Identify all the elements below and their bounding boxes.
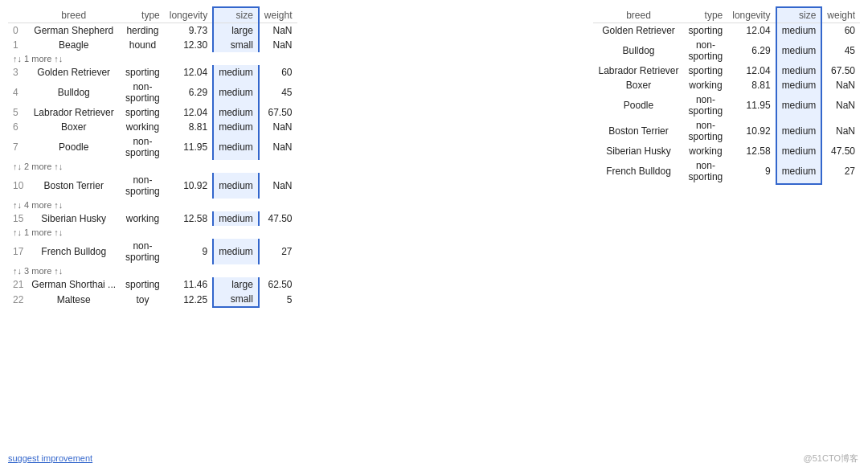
- right-breed-cell: Golden Retriever: [593, 23, 683, 39]
- right-size-cell: medium: [776, 92, 822, 118]
- weight-cell: 60: [259, 65, 297, 80]
- right-header-longevity: longevity: [727, 7, 776, 23]
- row-index: 1: [8, 38, 27, 52]
- weight-cell: 27: [259, 239, 297, 264]
- type-cell: hound: [121, 38, 165, 52]
- right-size-cell: medium: [776, 38, 822, 63]
- weight-cell: NaN: [259, 38, 297, 52]
- right-weight-cell: 27: [821, 158, 860, 184]
- weight-cell: 47.50: [259, 211, 297, 226]
- right-header-breed: breed: [593, 7, 683, 23]
- left-table: breed type longevity size weight 0German…: [8, 6, 297, 308]
- right-breed-cell: Siberian Husky: [593, 144, 683, 158]
- right-header-size: size: [776, 7, 822, 23]
- connector-5: [297, 71, 594, 113]
- row-index: 5: [8, 105, 27, 120]
- type-cell: working: [121, 211, 165, 226]
- left-header-size: size: [213, 7, 259, 23]
- longevity-cell: 12.30: [165, 38, 213, 52]
- type-cell: non- sporting: [121, 134, 165, 160]
- right-breed-cell: Bulldog: [593, 38, 683, 63]
- row-index: 3: [8, 65, 27, 80]
- type-cell: herding: [121, 23, 165, 39]
- weight-cell: 67.50: [259, 105, 297, 120]
- right-type-cell: sporting: [684, 63, 728, 78]
- longevity-cell: 12.04: [165, 65, 213, 80]
- watermark: @51CTO博客: [804, 453, 858, 465]
- right-size-cell: medium: [776, 23, 822, 39]
- connector-15: [297, 151, 594, 219]
- longevity-cell: 9: [165, 239, 213, 264]
- connector-10: [297, 131, 594, 186]
- size-cell: large: [213, 23, 259, 39]
- right-breed-cell: French Bulldog: [593, 158, 683, 184]
- right-size-cell: medium: [776, 158, 822, 184]
- breed-cell: Beagle: [27, 38, 121, 52]
- right-type-cell: non- sporting: [684, 38, 728, 63]
- breed-cell: Maltese: [27, 292, 121, 307]
- left-header-breed: breed: [27, 7, 121, 23]
- breed-cell: Labrador Retriever: [27, 105, 121, 120]
- breed-cell: Golden Retriever: [27, 65, 121, 80]
- row-index: 0: [8, 23, 27, 39]
- type-cell: non- sporting: [121, 80, 165, 105]
- more-rows-indicator: ↑↓ 4 more ↑↓: [8, 199, 297, 211]
- connector-17: [297, 171, 594, 252]
- size-cell: medium: [213, 239, 259, 264]
- connector-4: [297, 51, 594, 92]
- right-weight-cell: 67.50: [821, 63, 860, 78]
- right-breed-cell: Boston Terrier: [593, 118, 683, 144]
- type-cell: working: [121, 120, 165, 134]
- row-index: 22: [8, 292, 27, 307]
- right-weight-cell: NaN: [821, 78, 860, 92]
- right-type-cell: working: [684, 78, 728, 92]
- right-table-wrap: breed type longevity size weight Golden …: [593, 6, 860, 185]
- row-index: 21: [8, 277, 27, 292]
- left-header-weight: weight: [259, 7, 297, 23]
- more-rows-indicator: ↑↓ 3 more ↑↓: [8, 264, 297, 277]
- right-weight-cell: 60: [821, 23, 860, 39]
- size-cell: medium: [213, 134, 259, 160]
- right-weight-cell: 45: [821, 38, 860, 63]
- more-rows-indicator: ↑↓ 2 more ↑↓: [8, 160, 297, 173]
- right-header-weight: weight: [821, 7, 860, 23]
- main-container: breed type longevity size weight 0German…: [0, 0, 868, 471]
- size-cell: medium: [213, 65, 259, 80]
- right-size-cell: medium: [776, 118, 822, 144]
- right-type-cell: sporting: [684, 23, 728, 39]
- left-table-wrap: breed type longevity size weight 0German…: [8, 6, 297, 447]
- right-longevity-cell: 10.92: [727, 118, 776, 144]
- right-size-cell: medium: [776, 78, 822, 92]
- suggest-improvement-link[interactable]: suggest improvement: [8, 453, 92, 463]
- weight-cell: NaN: [259, 134, 297, 160]
- right-weight-cell: NaN: [821, 92, 860, 118]
- longevity-cell: 9.73: [165, 23, 213, 39]
- right-breed-cell: Boxer: [593, 78, 683, 92]
- longevity-cell: 12.04: [165, 105, 213, 120]
- left-header-longevity: longevity: [165, 7, 213, 23]
- type-cell: toy: [121, 292, 165, 307]
- left-header-empty: [8, 7, 27, 23]
- weight-cell: 62.50: [259, 277, 297, 292]
- right-longevity-cell: 12.58: [727, 144, 776, 158]
- longevity-cell: 8.81: [165, 120, 213, 134]
- breed-cell: Boston Terrier: [27, 173, 121, 199]
- right-header-type: type: [684, 7, 728, 23]
- breed-cell: Poodle: [27, 134, 121, 160]
- weight-cell: NaN: [259, 120, 297, 134]
- longevity-cell: 12.25: [165, 292, 213, 307]
- longevity-cell: 6.29: [165, 80, 213, 105]
- right-size-cell: medium: [776, 63, 822, 78]
- breed-cell: Siberian Husky: [27, 211, 121, 226]
- breed-cell: German Shorthai ...: [27, 277, 121, 292]
- right-type-cell: non- sporting: [684, 118, 728, 144]
- more-rows-indicator: ↑↓ 1 more ↑↓: [8, 226, 297, 239]
- right-weight-cell: 47.50: [821, 144, 860, 158]
- longevity-cell: 10.92: [165, 173, 213, 199]
- right-table: breed type longevity size weight Golden …: [593, 6, 860, 185]
- row-index: 6: [8, 120, 27, 134]
- weight-cell: 45: [259, 80, 297, 105]
- row-index: 7: [8, 134, 27, 160]
- type-cell: sporting: [121, 65, 165, 80]
- breed-cell: Boxer: [27, 120, 121, 134]
